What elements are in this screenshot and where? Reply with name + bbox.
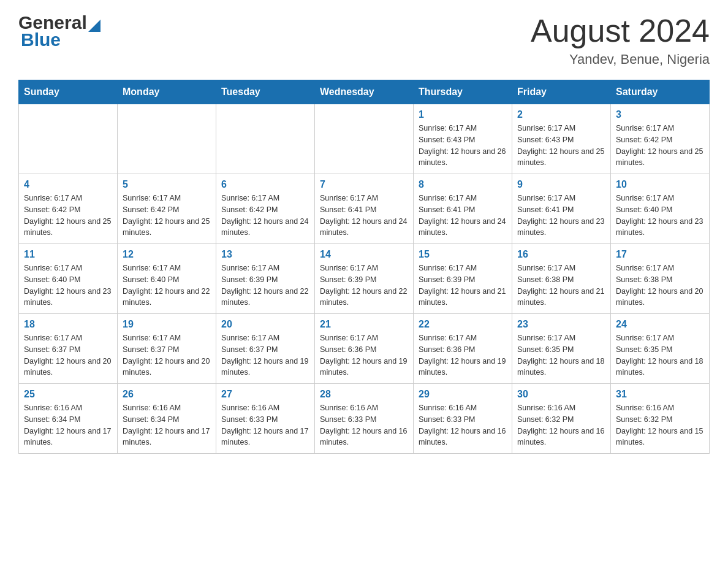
day-info: Sunrise: 6:17 AMSunset: 6:40 PMDaylight:… xyxy=(123,262,211,308)
calendar-cell: 23Sunrise: 6:17 AMSunset: 6:35 PMDayligh… xyxy=(512,314,611,384)
day-info: Sunrise: 6:17 AMSunset: 6:41 PMDaylight:… xyxy=(517,193,605,239)
day-number: 3 xyxy=(616,109,704,120)
calendar-cell: 31Sunrise: 6:16 AMSunset: 6:32 PMDayligh… xyxy=(611,384,710,454)
calendar-header-friday: Friday xyxy=(512,80,611,104)
calendar-cell xyxy=(118,104,216,174)
day-number: 19 xyxy=(123,319,211,330)
day-number: 12 xyxy=(123,249,211,260)
day-number: 5 xyxy=(123,179,211,190)
day-info: Sunrise: 6:17 AMSunset: 6:36 PMDaylight:… xyxy=(320,332,408,378)
day-info: Sunrise: 6:17 AMSunset: 6:35 PMDaylight:… xyxy=(517,332,605,378)
day-info: Sunrise: 6:17 AMSunset: 6:42 PMDaylight:… xyxy=(24,193,112,239)
calendar-cell: 29Sunrise: 6:16 AMSunset: 6:33 PMDayligh… xyxy=(414,384,512,454)
day-info: Sunrise: 6:17 AMSunset: 6:42 PMDaylight:… xyxy=(221,193,309,239)
logo-arrow-icon xyxy=(88,20,100,32)
day-number: 28 xyxy=(320,389,408,400)
calendar-cell: 7Sunrise: 6:17 AMSunset: 6:41 PMDaylight… xyxy=(315,174,414,244)
calendar-header-monday: Monday xyxy=(118,80,216,104)
day-number: 15 xyxy=(419,249,507,260)
day-info: Sunrise: 6:17 AMSunset: 6:41 PMDaylight:… xyxy=(419,193,507,239)
day-info: Sunrise: 6:17 AMSunset: 6:35 PMDaylight:… xyxy=(616,332,704,378)
calendar-header-row: SundayMondayTuesdayWednesdayThursdayFrid… xyxy=(19,80,710,104)
day-info: Sunrise: 6:17 AMSunset: 6:42 PMDaylight:… xyxy=(616,123,704,169)
day-number: 7 xyxy=(320,179,408,190)
page-header: General Blue August 2024 Yandev, Benue, … xyxy=(18,12,710,67)
day-info: Sunrise: 6:17 AMSunset: 6:37 PMDaylight:… xyxy=(221,332,309,378)
logo-blue-text: Blue xyxy=(18,29,100,50)
calendar-cell: 5Sunrise: 6:17 AMSunset: 6:42 PMDaylight… xyxy=(118,174,216,244)
day-number: 16 xyxy=(517,249,605,260)
day-info: Sunrise: 6:16 AMSunset: 6:32 PMDaylight:… xyxy=(517,402,605,448)
day-number: 26 xyxy=(123,389,211,400)
day-info: Sunrise: 6:16 AMSunset: 6:33 PMDaylight:… xyxy=(320,402,408,448)
day-number: 11 xyxy=(24,249,112,260)
day-number: 13 xyxy=(221,249,309,260)
day-info: Sunrise: 6:16 AMSunset: 6:34 PMDaylight:… xyxy=(24,402,112,448)
calendar-header-thursday: Thursday xyxy=(414,80,512,104)
calendar-week-4: 18Sunrise: 6:17 AMSunset: 6:37 PMDayligh… xyxy=(19,314,710,384)
calendar-cell: 17Sunrise: 6:17 AMSunset: 6:38 PMDayligh… xyxy=(611,244,710,314)
day-number: 18 xyxy=(24,319,112,330)
day-number: 24 xyxy=(616,319,704,330)
calendar-cell: 14Sunrise: 6:17 AMSunset: 6:39 PMDayligh… xyxy=(315,244,414,314)
calendar-cell: 18Sunrise: 6:17 AMSunset: 6:37 PMDayligh… xyxy=(19,314,118,384)
day-number: 25 xyxy=(24,389,112,400)
day-info: Sunrise: 6:17 AMSunset: 6:37 PMDaylight:… xyxy=(24,332,112,378)
day-number: 27 xyxy=(221,389,309,400)
day-number: 10 xyxy=(616,179,704,190)
day-info: Sunrise: 6:17 AMSunset: 6:43 PMDaylight:… xyxy=(517,123,605,169)
day-number: 21 xyxy=(320,319,408,330)
calendar-cell: 9Sunrise: 6:17 AMSunset: 6:41 PMDaylight… xyxy=(512,174,611,244)
calendar-header-saturday: Saturday xyxy=(611,80,710,104)
calendar-cell: 25Sunrise: 6:16 AMSunset: 6:34 PMDayligh… xyxy=(19,384,118,454)
day-number: 6 xyxy=(221,179,309,190)
calendar-week-3: 11Sunrise: 6:17 AMSunset: 6:40 PMDayligh… xyxy=(19,244,710,314)
calendar-cell: 1Sunrise: 6:17 AMSunset: 6:43 PMDaylight… xyxy=(414,104,512,174)
day-number: 14 xyxy=(320,249,408,260)
day-info: Sunrise: 6:17 AMSunset: 6:40 PMDaylight:… xyxy=(24,262,112,308)
calendar-week-1: 1Sunrise: 6:17 AMSunset: 6:43 PMDaylight… xyxy=(19,104,710,174)
calendar-cell: 30Sunrise: 6:16 AMSunset: 6:32 PMDayligh… xyxy=(512,384,611,454)
calendar-cell: 24Sunrise: 6:17 AMSunset: 6:35 PMDayligh… xyxy=(611,314,710,384)
calendar-header-sunday: Sunday xyxy=(19,80,118,104)
calendar-cell: 13Sunrise: 6:17 AMSunset: 6:39 PMDayligh… xyxy=(216,244,315,314)
calendar-cell: 4Sunrise: 6:17 AMSunset: 6:42 PMDaylight… xyxy=(19,174,118,244)
calendar-cell: 2Sunrise: 6:17 AMSunset: 6:43 PMDaylight… xyxy=(512,104,611,174)
day-info: Sunrise: 6:17 AMSunset: 6:38 PMDaylight:… xyxy=(616,262,704,308)
day-info: Sunrise: 6:16 AMSunset: 6:34 PMDaylight:… xyxy=(123,402,211,448)
day-info: Sunrise: 6:17 AMSunset: 6:43 PMDaylight:… xyxy=(419,123,507,169)
location-title: Yandev, Benue, Nigeria xyxy=(531,52,710,67)
day-number: 29 xyxy=(419,389,507,400)
calendar-cell: 22Sunrise: 6:17 AMSunset: 6:36 PMDayligh… xyxy=(414,314,512,384)
calendar-cell: 26Sunrise: 6:16 AMSunset: 6:34 PMDayligh… xyxy=(118,384,216,454)
day-info: Sunrise: 6:17 AMSunset: 6:39 PMDaylight:… xyxy=(320,262,408,308)
month-title: August 2024 xyxy=(531,12,710,49)
day-info: Sunrise: 6:16 AMSunset: 6:32 PMDaylight:… xyxy=(616,402,704,448)
calendar-cell: 8Sunrise: 6:17 AMSunset: 6:41 PMDaylight… xyxy=(414,174,512,244)
day-info: Sunrise: 6:17 AMSunset: 6:36 PMDaylight:… xyxy=(419,332,507,378)
day-info: Sunrise: 6:17 AMSunset: 6:37 PMDaylight:… xyxy=(123,332,211,378)
day-info: Sunrise: 6:17 AMSunset: 6:39 PMDaylight:… xyxy=(221,262,309,308)
day-number: 4 xyxy=(24,179,112,190)
calendar-week-5: 25Sunrise: 6:16 AMSunset: 6:34 PMDayligh… xyxy=(19,384,710,454)
title-section: August 2024 Yandev, Benue, Nigeria xyxy=(531,12,710,67)
calendar-cell: 28Sunrise: 6:16 AMSunset: 6:33 PMDayligh… xyxy=(315,384,414,454)
day-number: 20 xyxy=(221,319,309,330)
calendar-cell: 16Sunrise: 6:17 AMSunset: 6:38 PMDayligh… xyxy=(512,244,611,314)
day-info: Sunrise: 6:16 AMSunset: 6:33 PMDaylight:… xyxy=(419,402,507,448)
calendar-cell xyxy=(315,104,414,174)
day-number: 8 xyxy=(419,179,507,190)
calendar-cell: 3Sunrise: 6:17 AMSunset: 6:42 PMDaylight… xyxy=(611,104,710,174)
day-number: 1 xyxy=(419,109,507,120)
day-info: Sunrise: 6:17 AMSunset: 6:41 PMDaylight:… xyxy=(320,193,408,239)
day-number: 9 xyxy=(517,179,605,190)
calendar-header-wednesday: Wednesday xyxy=(315,80,414,104)
calendar-cell: 6Sunrise: 6:17 AMSunset: 6:42 PMDaylight… xyxy=(216,174,315,244)
day-info: Sunrise: 6:16 AMSunset: 6:33 PMDaylight:… xyxy=(221,402,309,448)
calendar-cell: 15Sunrise: 6:17 AMSunset: 6:39 PMDayligh… xyxy=(414,244,512,314)
calendar-cell: 12Sunrise: 6:17 AMSunset: 6:40 PMDayligh… xyxy=(118,244,216,314)
calendar-cell: 19Sunrise: 6:17 AMSunset: 6:37 PMDayligh… xyxy=(118,314,216,384)
day-number: 22 xyxy=(419,319,507,330)
calendar-cell xyxy=(19,104,118,174)
day-number: 2 xyxy=(517,109,605,120)
